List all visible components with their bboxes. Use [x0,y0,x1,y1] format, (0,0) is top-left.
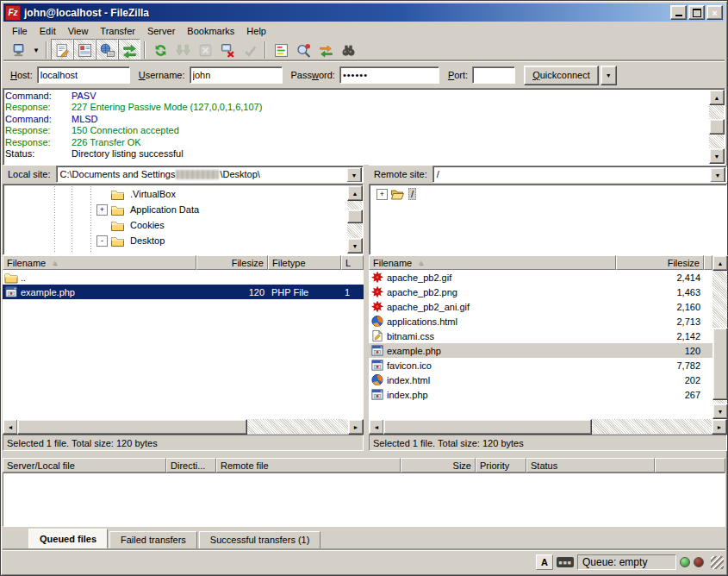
quickconnect-button[interactable]: Quickconnect [524,66,599,85]
log-line: Response:150 Connection accepted [5,125,708,136]
tree-item-application-data[interactable]: +Application Data [5,202,347,217]
column-header-filename[interactable]: Filename▲ [369,255,616,270]
remote-selection-status: Selected 1 file. Total size: 120 bytes [369,435,727,451]
remote-list-hscrollbar[interactable]: ◄ ► [369,419,727,434]
scroll-right-icon[interactable]: ► [712,419,727,435]
column-header-filetype[interactable]: Filetype [268,255,341,270]
scroll-down-icon[interactable]: ▼ [712,404,728,419]
queue-tabs: Queued files Failed transfers Successful… [3,529,322,551]
expand-icon[interactable]: + [96,204,108,216]
scroll-right-icon[interactable]: ► [348,419,364,435]
resize-grip[interactable] [711,556,724,569]
expand-icon[interactable]: + [376,189,388,200]
log-line: Command:MLSD [5,114,708,125]
directory-comparison-icon[interactable] [292,39,314,61]
file-row[interactable]: apache_pb2.png1,463 [369,285,712,299]
file-row[interactable]: favicon.ico7,782 [369,358,712,373]
column-header-filesize[interactable]: Filesize [196,255,268,270]
cancel-operation-icon[interactable] [194,39,216,61]
tab-successful-transfers[interactable]: Successful transfers (1) [199,531,321,549]
close-button[interactable]: × [706,5,723,20]
file-row[interactable]: applications.html2,713 [369,314,712,329]
find-files-icon[interactable] [337,39,359,61]
local-site-label: Local site: [3,169,56,179]
port-input[interactable] [472,66,515,84]
column-header-filesize[interactable]: Filesize [616,255,704,270]
file-row[interactable]: index.php267 [369,387,712,402]
local-path-combobox[interactable]: C:\Documents and Settings\Desktop\ ▼ [56,166,364,183]
collapse-icon[interactable]: - [96,235,108,247]
transfer-type-indicator-icon[interactable]: A [536,554,553,570]
file-row-example-php[interactable]: example.php 120 PHP File 1 [3,285,364,299]
scroll-up-icon[interactable]: ▲ [347,185,363,201]
menu-bookmarks[interactable]: Bookmarks [181,24,240,38]
column-header-server-local-file[interactable]: Server/Local file [3,458,166,473]
column-header-status[interactable]: Status [526,458,655,473]
tree-item-desktop[interactable]: -Desktop [5,233,347,248]
local-site-header: Local site: C:\Documents and Settings\De… [3,165,364,184]
process-queue-icon[interactable] [171,39,194,61]
menu-view[interactable]: View [62,24,95,38]
scroll-up-icon[interactable]: ▲ [709,90,725,105]
local-tree-vscrollbar[interactable]: ▲ ▼ [347,185,362,254]
file-row[interactable]: bitnami.css2,142 [369,329,712,343]
maximize-button[interactable] [688,5,705,20]
column-header-priority[interactable]: Priority [476,458,526,473]
scroll-down-icon[interactable]: ▼ [709,148,725,164]
column-header-remote-file[interactable]: Remote file [216,458,401,473]
column-header-direction[interactable]: Directi... [166,458,216,473]
column-header-modified[interactable]: L [341,255,364,270]
menu-transfer[interactable]: Transfer [94,24,141,38]
host-input[interactable] [37,66,130,84]
column-header-size[interactable]: Size [401,458,476,473]
synchronized-browsing-icon[interactable] [314,39,337,61]
scrollbar-thumb[interactable] [709,119,725,135]
username-input[interactable] [190,66,283,84]
scroll-up-icon[interactable]: ▲ [712,255,728,271]
local-list-hscrollbar[interactable]: ◄ ► [3,419,364,434]
menu-help[interactable]: Help [240,24,272,38]
menu-file[interactable]: File [6,24,34,38]
toggle-remote-tree-icon[interactable] [96,39,118,61]
site-manager-dropdown-icon[interactable]: ▼ [29,39,42,61]
tree-item-virtualbox[interactable]: .VirtualBox [5,186,347,202]
combo-dropdown-icon[interactable]: ▼ [710,167,725,183]
file-row[interactable]: index.html202 [369,373,712,387]
local-list-header: Filename▲ Filesize Filetype L [3,255,364,270]
tab-queued-files[interactable]: Queued files [28,529,108,548]
file-row-selected[interactable]: example.php120 [369,343,712,358]
toggle-local-tree-icon[interactable] [73,39,96,61]
menu-edit[interactable]: Edit [34,24,62,38]
toggle-transfer-queue-icon[interactable] [118,39,140,61]
scrollbar-thumb[interactable] [383,419,592,435]
scrollbar-thumb[interactable] [17,419,247,435]
tree-item-root[interactable]: + / [370,186,726,202]
password-input[interactable] [339,66,439,84]
directory-filters-icon[interactable] [270,39,292,61]
tree-item-cookies[interactable]: Cookies [5,217,347,233]
file-row[interactable]: apache_pb2_ani.gif2,160 [369,299,712,314]
site-manager-icon[interactable] [7,39,29,61]
scroll-left-icon[interactable]: ◄ [369,419,384,435]
log-vscrollbar[interactable]: ▲ ▼ [709,90,724,164]
disconnect-icon[interactable] [216,39,239,61]
file-row[interactable]: apache_pb2.gif2,414 [369,270,712,285]
file-row-parent-dir[interactable]: .. [3,270,364,285]
scrollbar-thumb[interactable] [347,210,363,223]
column-header-filename[interactable]: Filename▲ [3,255,196,270]
column-header-stub [704,255,712,270]
combo-dropdown-icon[interactable]: ▼ [346,167,362,183]
toggle-message-log-icon[interactable] [51,39,73,61]
refresh-icon[interactable] [149,39,171,61]
scroll-left-icon[interactable]: ◄ [3,419,18,435]
tab-failed-transfers[interactable]: Failed transfers [109,531,197,549]
remote-list-vscrollbar[interactable]: ▲ ▼ [712,255,727,419]
reconnect-icon[interactable] [239,39,261,61]
menu-server[interactable]: Server [141,24,181,38]
minimize-button[interactable] [670,5,687,20]
scroll-down-icon[interactable]: ▼ [347,238,363,254]
remote-path-combobox[interactable]: / ▼ [432,166,727,183]
encryption-indicator-icon[interactable]: ■■■ [557,557,574,567]
scrollbar-thumb[interactable] [712,328,728,400]
quickconnect-dropdown-icon[interactable]: ▼ [600,66,617,85]
